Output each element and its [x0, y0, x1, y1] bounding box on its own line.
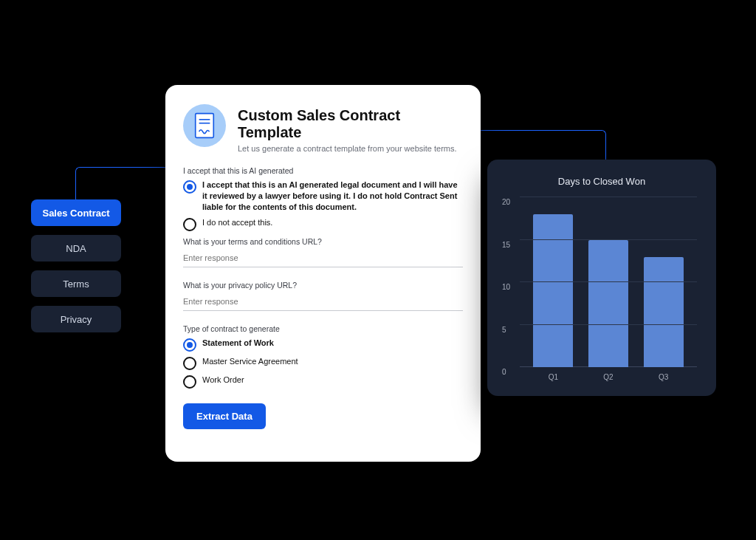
chart-gridline	[520, 196, 697, 197]
chart-x-tick: Q1	[549, 373, 558, 381]
chart-card: Days to Closed Won 05101520 Q1Q2Q3	[487, 160, 716, 396]
chart-gridline	[520, 239, 697, 240]
chart-plot-area: 05101520	[520, 197, 697, 367]
radio-icon	[183, 375, 196, 389]
chart-gridline	[520, 324, 697, 325]
sidebar-item-label: Sales Contract	[42, 208, 109, 219]
ai-accept-option[interactable]: I accept that this is an AI generated le…	[183, 180, 463, 213]
radio-icon	[183, 338, 196, 352]
card-title: Custom Sales Contract Template	[238, 107, 463, 141]
chart-y-tick: 5	[502, 325, 506, 333]
sidebar-item-label: Privacy	[61, 314, 92, 325]
form-card: Custom Sales Contract Template Let us ge…	[165, 85, 481, 462]
terms-url-input[interactable]	[183, 250, 463, 267]
radio-label: I do not accept this.	[202, 217, 272, 228]
chart-gridline	[520, 281, 697, 282]
chart-bar	[588, 240, 628, 368]
radio-label: I accept that this is an AI generated le…	[202, 180, 463, 213]
sidebar-item-privacy[interactable]: Privacy	[31, 306, 121, 332]
privacy-url-label: What is your privacy policy URL?	[183, 281, 463, 290]
radio-label: Master Service Agreement	[202, 356, 298, 367]
privacy-url-input[interactable]	[183, 294, 463, 311]
terms-url-label: What is your terms and conditions URL?	[183, 237, 463, 246]
chart-x-labels: Q1Q2Q3	[526, 373, 691, 381]
radio-label: Statement of Work	[202, 338, 274, 349]
radio-label: Work Order	[202, 375, 244, 386]
ai-reject-option[interactable]: I do not accept this.	[183, 217, 463, 231]
sidebar-item-label: NDA	[66, 243, 86, 254]
extract-data-button[interactable]: Extract Data	[183, 403, 266, 429]
sidebar-item-label: Terms	[63, 278, 89, 290]
sidebar-item-sales-contract[interactable]: Sales Contract	[31, 199, 121, 226]
chart-x-tick: Q3	[659, 373, 668, 381]
chart-bar	[644, 257, 684, 368]
chart-bars	[526, 197, 691, 367]
sidebar-item-terms[interactable]: Terms	[31, 270, 121, 297]
sidebar-item-nda[interactable]: NDA	[31, 235, 121, 262]
connector-right	[472, 130, 606, 163]
chart-bar	[533, 214, 573, 367]
radio-icon	[183, 218, 196, 231]
chart-y-tick: 20	[502, 198, 510, 206]
radio-icon	[183, 357, 196, 370]
contract-type-sow[interactable]: Statement of Work	[183, 338, 463, 352]
ai-accept-label: I accept that this is AI generated	[183, 166, 463, 175]
contract-type-msa[interactable]: Master Service Agreement	[183, 356, 463, 370]
chart-y-tick: 0	[502, 368, 506, 376]
chart-y-tick: 10	[502, 283, 510, 291]
sidebar: Sales Contract NDA Terms Privacy	[31, 199, 121, 332]
chart-x-tick: Q2	[603, 373, 613, 381]
document-signature-icon	[183, 104, 226, 147]
card-header: Custom Sales Contract Template Let us ge…	[183, 104, 463, 153]
radio-icon	[183, 180, 196, 194]
card-subtitle: Let us generate a contract template from…	[238, 144, 463, 153]
chart-title: Days to Closed Won	[502, 176, 701, 187]
chart-y-tick: 15	[502, 240, 510, 248]
contract-type-label: Type of contract to generate	[183, 324, 463, 333]
contract-type-wo[interactable]: Work Order	[183, 375, 463, 389]
connector-left	[75, 167, 172, 203]
